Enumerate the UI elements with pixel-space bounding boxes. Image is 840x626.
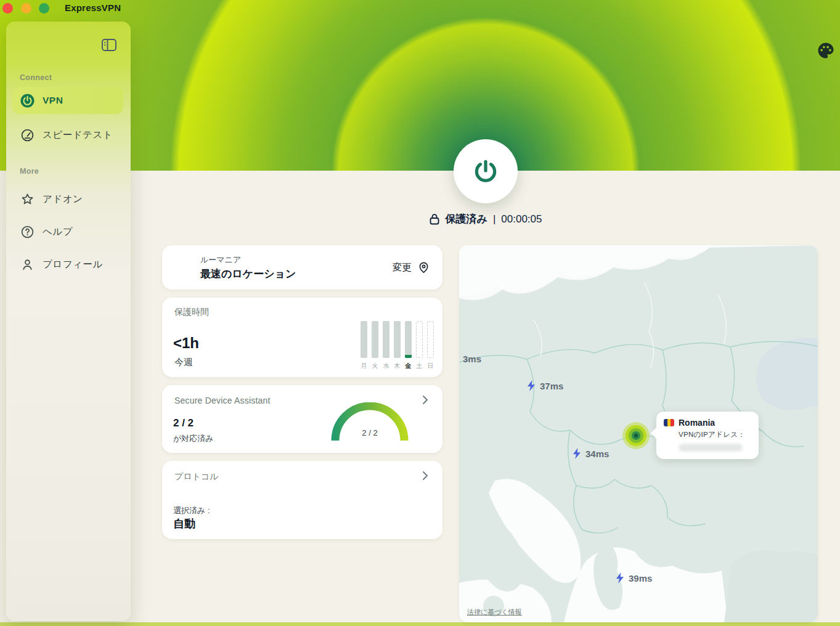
assistant-title: Secure Device Assistant — [174, 396, 271, 405]
protection-period: 今週 — [174, 357, 193, 368]
latency-ping: 34ms — [571, 447, 609, 460]
sidebar-item-label: プロフィール — [43, 258, 103, 271]
sidebar-item-label: VPN — [43, 95, 63, 106]
protocol-card[interactable]: プロトコル 選択済み : 自動 — [162, 461, 442, 539]
protocol-title: プロトコル — [174, 471, 219, 482]
zoom-button[interactable] — [39, 3, 49, 14]
window-bottom-edge — [0, 622, 840, 626]
tooltip-ip-label: VPNのIPアドレス： — [679, 430, 751, 439]
legal-info-link[interactable]: 法律に基づく情報 — [467, 608, 522, 617]
sidebar-toggle-icon — [101, 38, 117, 52]
day-label: 火 — [372, 362, 378, 370]
sidebar-item-help[interactable]: ヘルプ — [12, 218, 123, 245]
protocol-selected-label: 選択済み : — [173, 505, 210, 516]
power-icon — [471, 157, 500, 185]
connection-status: 保護済み | 00:00:05 — [429, 212, 542, 226]
bar-sat — [416, 321, 423, 358]
chevron-right-icon[interactable] — [419, 394, 431, 406]
connected-location-marker — [622, 422, 650, 449]
sidebar-item-speedtest[interactable]: スピードテスト — [12, 121, 123, 148]
protocol-value: 自動 — [173, 516, 195, 531]
lightning-bolt-icon — [526, 380, 537, 392]
sidebar-item-label: スピードテスト — [43, 129, 113, 142]
sidebar-item-addons[interactable]: アドオン — [12, 185, 123, 213]
day-label: 木 — [394, 362, 401, 370]
profile-icon — [20, 258, 35, 272]
lightning-bolt-icon — [614, 572, 626, 584]
location-card[interactable]: ルーマニア 最速のロケーション 変更 — [162, 245, 442, 290]
lock-icon — [429, 213, 439, 225]
sidebar-item-label: アドオン — [43, 193, 83, 206]
protection-value: <1h — [173, 335, 199, 352]
weekly-bar-chart — [361, 321, 434, 358]
sidebar-item-profile[interactable]: プロフィール — [12, 251, 123, 278]
sidebar-toggle-button[interactable] — [101, 38, 117, 52]
gauge-label: 2 / 2 — [330, 428, 410, 437]
sidebar-item-vpn[interactable]: VPN — [12, 87, 123, 114]
latency-ping: 39ms — [614, 572, 652, 584]
chevron-right-icon[interactable] — [419, 470, 431, 482]
power-icon — [20, 94, 35, 108]
location-country: ルーマニア — [200, 254, 384, 266]
tooltip-country: Romania — [679, 418, 715, 428]
expressvpn-window: ExpressVPN Connect VPN — [0, 0, 840, 626]
app-title: ExpressVPN — [65, 2, 121, 13]
latency-ping: 3ms — [463, 354, 481, 364]
romania-flag-icon — [174, 261, 192, 274]
sidebar: Connect VPN スピードテスト More アドオン — [6, 22, 131, 621]
close-button[interactable] — [2, 3, 13, 14]
palette-icon — [817, 41, 835, 60]
latency-label: 37ms — [540, 381, 563, 391]
bar-wed — [383, 321, 389, 358]
star-icon — [20, 192, 35, 206]
bar-thu — [394, 321, 401, 358]
change-label: 変更 — [393, 261, 412, 274]
connection-timer: 00:00:05 — [501, 213, 542, 226]
day-label: 日 — [427, 362, 434, 370]
lightning-bolt-icon — [571, 447, 582, 460]
minimize-button[interactable] — [21, 3, 31, 14]
location-name: 最速のロケーション — [200, 267, 384, 281]
bar-mon — [361, 321, 367, 358]
latency-label: 3ms — [463, 354, 481, 364]
bar-sun — [427, 321, 434, 358]
location-pin-icon — [417, 261, 430, 274]
latency-label: 34ms — [585, 449, 609, 459]
theme-palette-button[interactable] — [817, 41, 835, 60]
bar-tue — [372, 321, 378, 358]
day-label: 月 — [361, 362, 367, 370]
day-label: 水 — [383, 362, 389, 370]
location-tooltip: Romania VPNのIPアドレス： — [656, 412, 759, 459]
secure-device-assistant-card[interactable]: Secure Device Assistant 2 / 2 が対応済み 2 / … — [162, 385, 442, 453]
status-label: 保護済み — [445, 212, 487, 226]
day-label-today: 金 — [405, 362, 412, 370]
sidebar-section-connect: Connect — [20, 73, 52, 82]
day-label: 土 — [416, 362, 423, 370]
bar-fri-active — [405, 321, 412, 358]
sidebar-section-more: More — [20, 167, 39, 176]
romania-flag-icon — [664, 419, 674, 426]
help-icon — [20, 225, 35, 239]
status-separator: | — [493, 213, 495, 226]
latency-ping: 37ms — [526, 380, 563, 392]
protection-title: 保護時間 — [174, 307, 209, 318]
sidebar-item-label: ヘルプ — [43, 226, 73, 238]
map-panel[interactable]: 3ms 37ms 34ms 39ms Romania — [459, 245, 818, 622]
change-location-button[interactable]: 変更 — [393, 261, 430, 274]
weekday-labels: 月 火 水 木 金 土 日 — [361, 362, 434, 370]
latency-label: 39ms — [629, 573, 652, 583]
tooltip-ip-redacted — [679, 444, 743, 452]
assistant-value: 2 / 2 — [173, 417, 194, 429]
assistant-caption: が対応済み — [173, 433, 214, 444]
protection-time-card: 保護時間 <1h 今週 月 火 水 木 金 土 日 — [162, 298, 442, 377]
connect-power-button[interactable] — [454, 139, 518, 203]
speedometer-icon — [20, 128, 35, 142]
